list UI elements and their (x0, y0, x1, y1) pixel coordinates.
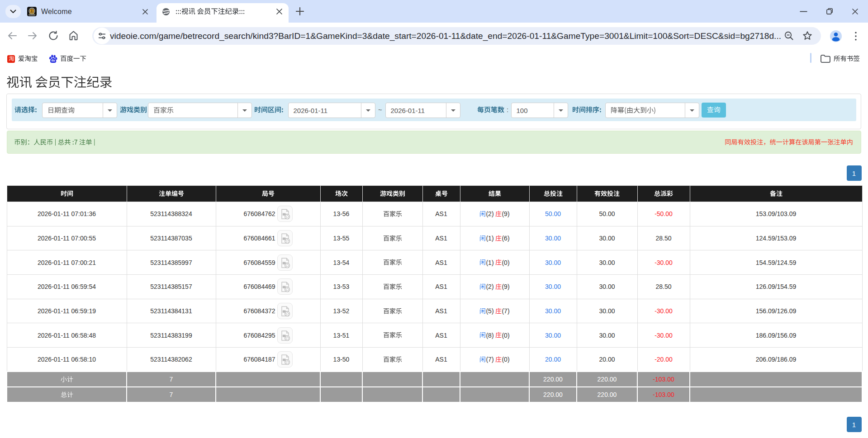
svg-text:du: du (52, 59, 55, 62)
